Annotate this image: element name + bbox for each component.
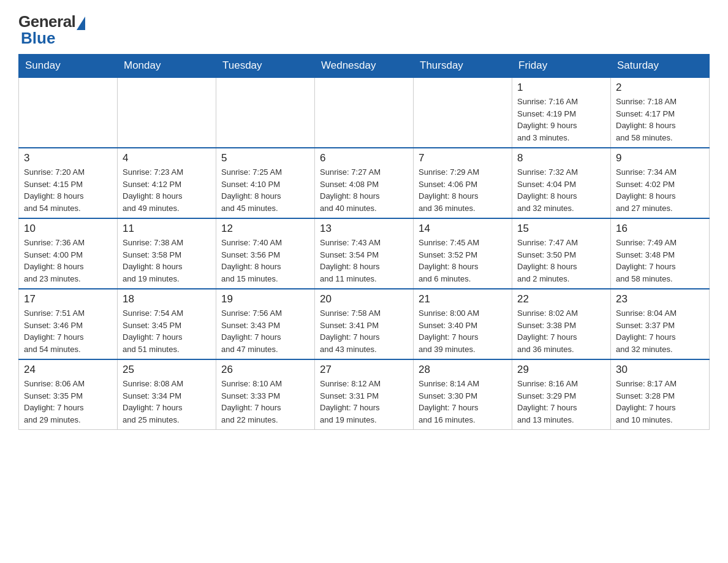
day-number: 21 <box>419 293 507 305</box>
calendar-cell <box>216 77 315 148</box>
calendar-cell: 22Sunrise: 8:02 AM Sunset: 3:38 PM Dayli… <box>512 289 611 359</box>
calendar-cell: 29Sunrise: 8:16 AM Sunset: 3:29 PM Dayli… <box>512 359 611 430</box>
day-info: Sunrise: 8:16 AM Sunset: 3:29 PM Dayligh… <box>517 378 605 426</box>
calendar-cell: 10Sunrise: 7:36 AM Sunset: 4:00 PM Dayli… <box>19 218 118 289</box>
logo-triangle-icon <box>77 17 85 30</box>
day-number: 28 <box>419 364 507 376</box>
day-info: Sunrise: 7:51 AM Sunset: 3:46 PM Dayligh… <box>24 307 112 355</box>
calendar-week-5: 24Sunrise: 8:06 AM Sunset: 3:35 PM Dayli… <box>19 359 710 430</box>
calendar-cell: 8Sunrise: 7:32 AM Sunset: 4:04 PM Daylig… <box>512 148 611 218</box>
calendar-header-row: SundayMondayTuesdayWednesdayThursdayFrid… <box>19 55 710 78</box>
calendar-week-2: 3Sunrise: 7:20 AM Sunset: 4:15 PM Daylig… <box>19 148 710 218</box>
calendar-header-saturday: Saturday <box>611 55 710 78</box>
day-number: 13 <box>320 223 408 235</box>
day-info: Sunrise: 7:40 AM Sunset: 3:56 PM Dayligh… <box>221 237 309 285</box>
day-info: Sunrise: 7:43 AM Sunset: 3:54 PM Dayligh… <box>320 237 408 285</box>
day-info: Sunrise: 8:14 AM Sunset: 3:30 PM Dayligh… <box>419 378 507 426</box>
day-info: Sunrise: 7:29 AM Sunset: 4:06 PM Dayligh… <box>419 166 507 214</box>
day-number: 30 <box>616 364 704 376</box>
day-number: 15 <box>517 223 605 235</box>
day-number: 25 <box>123 364 211 376</box>
day-info: Sunrise: 8:00 AM Sunset: 3:40 PM Dayligh… <box>419 307 507 355</box>
calendar-cell: 3Sunrise: 7:20 AM Sunset: 4:15 PM Daylig… <box>19 148 118 218</box>
logo-blue-text: Blue <box>21 29 55 48</box>
day-info: Sunrise: 8:08 AM Sunset: 3:34 PM Dayligh… <box>123 378 211 426</box>
calendar-table: SundayMondayTuesdayWednesdayThursdayFrid… <box>18 54 710 430</box>
day-number: 22 <box>517 293 605 305</box>
calendar-cell: 1Sunrise: 7:16 AM Sunset: 4:19 PM Daylig… <box>512 77 611 148</box>
calendar-cell: 23Sunrise: 8:04 AM Sunset: 3:37 PM Dayli… <box>611 289 710 359</box>
calendar-header-friday: Friday <box>512 55 611 78</box>
day-info: Sunrise: 8:02 AM Sunset: 3:38 PM Dayligh… <box>517 307 605 355</box>
day-info: Sunrise: 7:27 AM Sunset: 4:08 PM Dayligh… <box>320 166 408 214</box>
calendar-cell <box>19 77 118 148</box>
calendar-cell: 24Sunrise: 8:06 AM Sunset: 3:35 PM Dayli… <box>19 359 118 430</box>
calendar-cell: 20Sunrise: 7:58 AM Sunset: 3:41 PM Dayli… <box>315 289 414 359</box>
calendar-cell: 6Sunrise: 7:27 AM Sunset: 4:08 PM Daylig… <box>315 148 414 218</box>
calendar-cell: 27Sunrise: 8:12 AM Sunset: 3:31 PM Dayli… <box>315 359 414 430</box>
day-info: Sunrise: 8:06 AM Sunset: 3:35 PM Dayligh… <box>24 378 112 426</box>
day-info: Sunrise: 7:49 AM Sunset: 3:48 PM Dayligh… <box>616 237 704 285</box>
day-number: 16 <box>616 223 704 235</box>
day-info: Sunrise: 7:36 AM Sunset: 4:00 PM Dayligh… <box>24 237 112 285</box>
calendar-cell: 19Sunrise: 7:56 AM Sunset: 3:43 PM Dayli… <box>216 289 315 359</box>
day-number: 19 <box>221 293 309 305</box>
day-info: Sunrise: 8:12 AM Sunset: 3:31 PM Dayligh… <box>320 378 408 426</box>
page-header: General Blue <box>18 12 710 48</box>
day-number: 7 <box>419 152 507 164</box>
day-info: Sunrise: 7:16 AM Sunset: 4:19 PM Dayligh… <box>517 96 605 144</box>
day-number: 14 <box>419 223 507 235</box>
calendar-week-3: 10Sunrise: 7:36 AM Sunset: 4:00 PM Dayli… <box>19 218 710 289</box>
day-info: Sunrise: 7:25 AM Sunset: 4:10 PM Dayligh… <box>221 166 309 214</box>
day-number: 3 <box>24 152 112 164</box>
calendar-week-4: 17Sunrise: 7:51 AM Sunset: 3:46 PM Dayli… <box>19 289 710 359</box>
day-info: Sunrise: 7:58 AM Sunset: 3:41 PM Dayligh… <box>320 307 408 355</box>
day-number: 9 <box>616 152 704 164</box>
day-info: Sunrise: 7:18 AM Sunset: 4:17 PM Dayligh… <box>616 96 704 144</box>
day-number: 27 <box>320 364 408 376</box>
calendar-cell: 30Sunrise: 8:17 AM Sunset: 3:28 PM Dayli… <box>611 359 710 430</box>
calendar-cell: 7Sunrise: 7:29 AM Sunset: 4:06 PM Daylig… <box>414 148 512 218</box>
day-info: Sunrise: 7:56 AM Sunset: 3:43 PM Dayligh… <box>221 307 309 355</box>
day-number: 2 <box>616 82 704 94</box>
calendar-cell: 16Sunrise: 7:49 AM Sunset: 3:48 PM Dayli… <box>611 218 710 289</box>
day-number: 26 <box>221 364 309 376</box>
calendar-header-tuesday: Tuesday <box>216 55 315 78</box>
calendar-cell: 21Sunrise: 8:00 AM Sunset: 3:40 PM Dayli… <box>414 289 512 359</box>
day-number: 12 <box>221 223 309 235</box>
calendar-header-thursday: Thursday <box>414 55 512 78</box>
day-number: 18 <box>123 293 211 305</box>
day-number: 24 <box>24 364 112 376</box>
day-number: 11 <box>123 223 211 235</box>
day-info: Sunrise: 7:38 AM Sunset: 3:58 PM Dayligh… <box>123 237 211 285</box>
day-number: 4 <box>123 152 211 164</box>
day-number: 17 <box>24 293 112 305</box>
calendar-cell <box>118 77 216 148</box>
day-info: Sunrise: 7:47 AM Sunset: 3:50 PM Dayligh… <box>517 237 605 285</box>
day-number: 6 <box>320 152 408 164</box>
day-info: Sunrise: 7:45 AM Sunset: 3:52 PM Dayligh… <box>419 237 507 285</box>
day-info: Sunrise: 8:04 AM Sunset: 3:37 PM Dayligh… <box>616 307 704 355</box>
calendar-week-1: 1Sunrise: 7:16 AM Sunset: 4:19 PM Daylig… <box>19 77 710 148</box>
day-number: 29 <box>517 364 605 376</box>
day-info: Sunrise: 7:23 AM Sunset: 4:12 PM Dayligh… <box>123 166 211 214</box>
calendar-cell: 9Sunrise: 7:34 AM Sunset: 4:02 PM Daylig… <box>611 148 710 218</box>
day-number: 10 <box>24 223 112 235</box>
calendar-cell: 25Sunrise: 8:08 AM Sunset: 3:34 PM Dayli… <box>118 359 216 430</box>
calendar-cell: 5Sunrise: 7:25 AM Sunset: 4:10 PM Daylig… <box>216 148 315 218</box>
day-number: 20 <box>320 293 408 305</box>
day-number: 1 <box>517 82 605 94</box>
calendar-cell: 14Sunrise: 7:45 AM Sunset: 3:52 PM Dayli… <box>414 218 512 289</box>
day-info: Sunrise: 7:20 AM Sunset: 4:15 PM Dayligh… <box>24 166 112 214</box>
day-number: 5 <box>221 152 309 164</box>
day-info: Sunrise: 7:34 AM Sunset: 4:02 PM Dayligh… <box>616 166 704 214</box>
calendar-cell: 13Sunrise: 7:43 AM Sunset: 3:54 PM Dayli… <box>315 218 414 289</box>
day-number: 8 <box>517 152 605 164</box>
day-info: Sunrise: 8:17 AM Sunset: 3:28 PM Dayligh… <box>616 378 704 426</box>
day-info: Sunrise: 8:10 AM Sunset: 3:33 PM Dayligh… <box>221 378 309 426</box>
calendar-cell: 11Sunrise: 7:38 AM Sunset: 3:58 PM Dayli… <box>118 218 216 289</box>
calendar-cell: 28Sunrise: 8:14 AM Sunset: 3:30 PM Dayli… <box>414 359 512 430</box>
calendar-cell <box>315 77 414 148</box>
calendar-cell: 12Sunrise: 7:40 AM Sunset: 3:56 PM Dayli… <box>216 218 315 289</box>
calendar-cell: 2Sunrise: 7:18 AM Sunset: 4:17 PM Daylig… <box>611 77 710 148</box>
